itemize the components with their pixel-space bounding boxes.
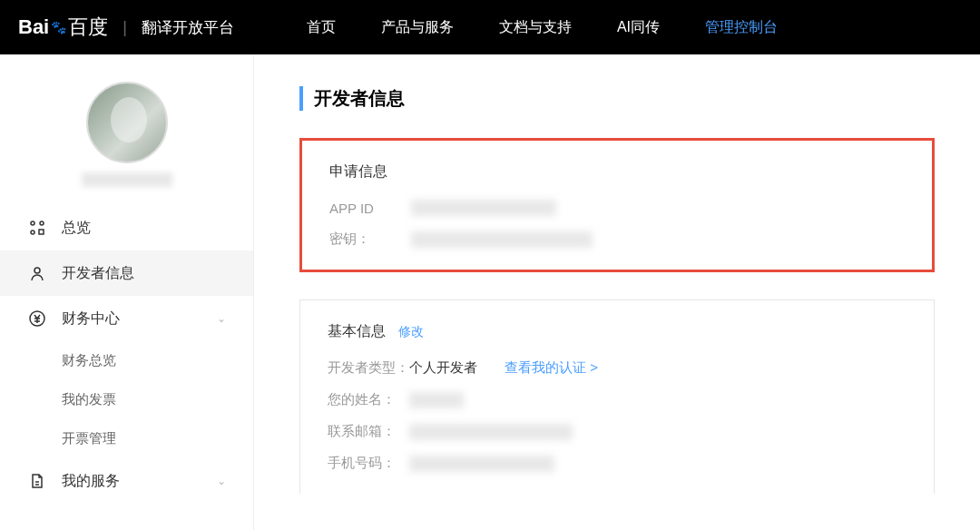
platform-name[interactable]: 翻译开放平台	[142, 17, 234, 38]
basic-info-card: 基本信息 修改 开发者类型： 个人开发者 查看我的认证 > 您的姓名： 联系邮箱…	[299, 299, 935, 494]
edit-link[interactable]: 修改	[398, 324, 424, 339]
email-row: 联系邮箱：	[328, 423, 906, 440]
phone-row: 手机号码：	[328, 455, 906, 472]
svg-rect-3	[39, 230, 44, 234]
sidebar-item-label: 开发者信息	[62, 264, 226, 283]
nav-ai-interpret[interactable]: AI同传	[617, 18, 660, 37]
document-icon	[27, 471, 47, 491]
logo-text-bai: Bai	[18, 15, 49, 39]
top-nav: 首页 产品与服务 文档与支持 AI同传 管理控制台	[307, 18, 778, 37]
submenu-finance-overview[interactable]: 财务总览	[0, 341, 253, 380]
nav-docs[interactable]: 文档与支持	[499, 18, 572, 37]
basic-info-title-text: 基本信息	[328, 323, 386, 339]
user-icon	[27, 263, 47, 283]
content-area: 开发者信息 申请信息 APP ID 密钥： 基本信息 修改 开发者类型： 个人开…	[254, 54, 980, 530]
secret-value-blurred	[411, 231, 593, 248]
card-title-basic: 基本信息 修改	[328, 322, 906, 341]
phone-value-blurred	[409, 456, 554, 472]
developer-type-row: 开发者类型： 个人开发者 查看我的认证 >	[328, 359, 906, 377]
app-id-label: APP ID	[329, 201, 411, 216]
sidebar-item-label: 总览	[62, 219, 226, 238]
main-layout: 总览 开发者信息 财务中心 ⌄ 财务总览 我的发票 开票管理	[0, 54, 980, 530]
logo-divider: |	[122, 18, 127, 37]
svg-point-2	[31, 231, 34, 234]
nav-home[interactable]: 首页	[307, 18, 336, 37]
developer-type-label: 开发者类型：	[328, 359, 409, 377]
secret-label: 密钥：	[329, 231, 411, 248]
username-blurred	[82, 172, 172, 187]
card-title-application: 申请信息	[329, 162, 905, 182]
developer-type-value: 个人开发者	[409, 359, 477, 377]
svg-point-1	[40, 221, 44, 225]
nav-products[interactable]: 产品与服务	[381, 18, 454, 37]
logo-area: Bai🐾百度 | 翻译开放平台	[18, 14, 234, 41]
application-info-card: 申请信息 APP ID 密钥：	[299, 138, 935, 272]
submenu-invoice-manage[interactable]: 开票管理	[0, 419, 253, 458]
submenu-finance: 财务总览 我的发票 开票管理	[0, 341, 253, 458]
page-title: 开发者信息	[299, 86, 935, 111]
avatar-section	[0, 82, 253, 187]
paw-icon: 🐾	[51, 20, 66, 34]
sidebar-item-label: 我的服务	[62, 472, 217, 491]
name-label: 您的姓名：	[328, 391, 409, 408]
svg-point-4	[34, 268, 40, 273]
sidebar-item-finance[interactable]: 财务中心 ⌄	[0, 296, 253, 341]
nav-console[interactable]: 管理控制台	[705, 18, 778, 37]
sidebar-item-developer[interactable]: 开发者信息	[0, 250, 253, 296]
submenu-my-invoice[interactable]: 我的发票	[0, 380, 253, 419]
sidebar-menu: 总览 开发者信息 财务中心 ⌄ 财务总览 我的发票 开票管理	[0, 205, 253, 504]
chevron-down-icon: ⌄	[217, 312, 226, 325]
secret-row: 密钥：	[329, 231, 905, 248]
logo-text-baidu: 百度	[68, 14, 108, 41]
email-label: 联系邮箱：	[328, 423, 409, 440]
sidebar: 总览 开发者信息 财务中心 ⌄ 财务总览 我的发票 开票管理	[0, 54, 254, 530]
sidebar-item-overview[interactable]: 总览	[0, 205, 253, 250]
app-id-value-blurred	[411, 200, 556, 216]
sidebar-item-label: 财务中心	[62, 309, 217, 329]
email-value-blurred	[409, 424, 573, 440]
grid-icon	[27, 218, 47, 238]
phone-label: 手机号码：	[328, 455, 409, 472]
app-id-row: APP ID	[329, 200, 905, 216]
avatar[interactable]	[86, 82, 168, 163]
name-value-blurred	[409, 392, 464, 408]
top-header: Bai🐾百度 | 翻译开放平台 首页 产品与服务 文档与支持 AI同传 管理控制…	[0, 0, 980, 54]
name-row: 您的姓名：	[328, 391, 906, 408]
svg-point-0	[31, 221, 34, 225]
view-auth-link[interactable]: 查看我的认证 >	[505, 359, 598, 377]
chevron-down-icon: ⌄	[217, 475, 226, 487]
baidu-logo[interactable]: Bai🐾百度	[18, 14, 108, 41]
currency-icon	[27, 309, 47, 329]
sidebar-item-services[interactable]: 我的服务 ⌄	[0, 458, 253, 504]
